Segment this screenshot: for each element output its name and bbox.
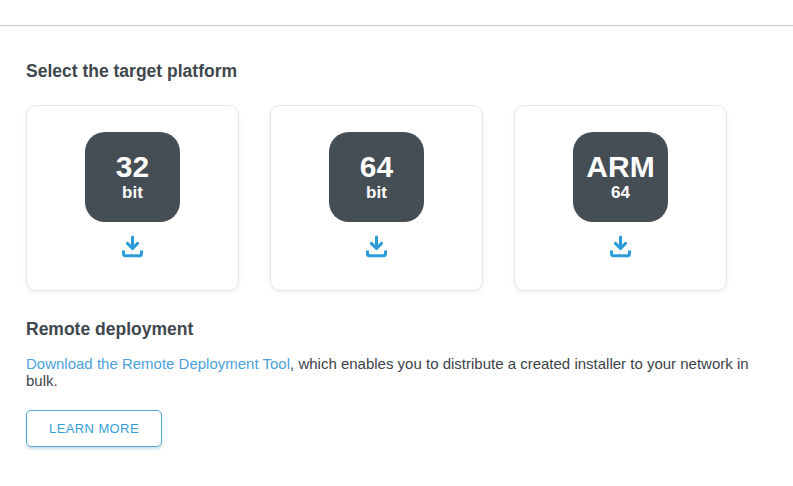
download-button-64bit[interactable] xyxy=(362,233,392,263)
platform-card-arm64[interactable]: ARM 64 xyxy=(514,105,727,291)
download-button-32bit[interactable] xyxy=(118,233,148,263)
main-content: Select the target platform 32 bit 64 xyxy=(0,61,793,447)
platform-card-64bit[interactable]: 64 bit xyxy=(270,105,483,291)
badge-line2: bit xyxy=(366,183,387,203)
download-icon xyxy=(607,233,634,263)
platform-badge-64bit: 64 bit xyxy=(329,132,424,222)
download-icon xyxy=(363,233,390,263)
badge-line1: ARM xyxy=(586,151,654,183)
platform-badge-32bit: 32 bit xyxy=(85,132,180,222)
badge-line2: 64 xyxy=(611,183,630,203)
download-button-arm64[interactable] xyxy=(606,233,636,263)
top-divider xyxy=(0,0,793,26)
platform-cards-row: 32 bit 64 bit xyxy=(26,105,767,291)
platform-card-32bit[interactable]: 32 bit xyxy=(26,105,239,291)
platform-section-title: Select the target platform xyxy=(26,61,767,82)
remote-deployment-title: Remote deployment xyxy=(26,319,767,340)
platform-badge-arm64: ARM 64 xyxy=(573,132,668,222)
badge-line2: bit xyxy=(122,183,143,203)
badge-line1: 64 xyxy=(360,151,393,183)
remote-deployment-tool-link[interactable]: Download the Remote Deployment Tool xyxy=(26,355,290,372)
remote-deployment-description: Download the Remote Deployment Tool, whi… xyxy=(26,355,767,389)
download-icon xyxy=(119,233,146,263)
badge-line1: 32 xyxy=(116,151,149,183)
learn-more-button[interactable]: LEARN MORE xyxy=(26,410,162,447)
